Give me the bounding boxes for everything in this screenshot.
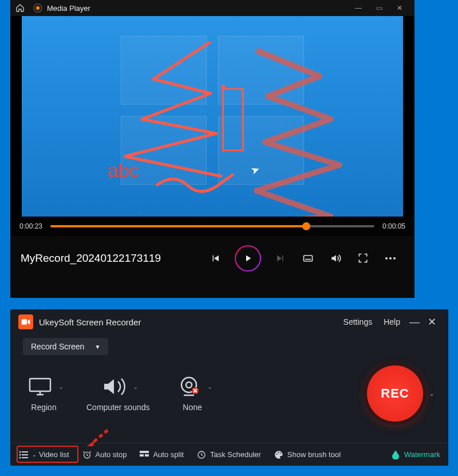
mini-player-button[interactable]	[353, 248, 373, 269]
auto-split-button[interactable]: Auto split	[139, 450, 183, 460]
svg-rect-17	[140, 451, 149, 453]
media-player-app-icon	[33, 3, 42, 13]
svg-rect-6	[30, 379, 50, 391]
audio-label: Computer sounds	[86, 403, 150, 412]
chevron-down-icon[interactable]: ⌄	[133, 383, 138, 391]
svg-rect-0	[304, 255, 313, 261]
play-button[interactable]	[235, 245, 261, 272]
record-button-label: REC	[381, 386, 409, 401]
settings-link[interactable]: Settings	[344, 317, 373, 326]
record-button[interactable]: REC	[367, 365, 423, 422]
svg-point-14	[19, 457, 21, 458]
recorder-close-button[interactable]: ✕	[423, 316, 440, 328]
recorder-app-icon	[18, 314, 33, 329]
svg-rect-15	[22, 457, 28, 458]
annotation-text: abc	[108, 159, 139, 182]
recorder-app-title: UkeySoft Screen Recorder	[39, 317, 141, 327]
recorder-minimize-button[interactable]: —	[406, 316, 423, 328]
annotation-rectangle	[222, 88, 244, 151]
help-link[interactable]: Help	[384, 317, 400, 326]
minimize-button[interactable]: —	[348, 2, 369, 14]
svg-point-21	[276, 453, 277, 454]
svg-point-12	[19, 454, 21, 455]
monitor-icon	[24, 375, 56, 398]
watermark-label: Watermark	[404, 450, 440, 459]
media-player-window: Media Player — ▭ ✕ abc ➤ 0:00:23	[10, 0, 414, 298]
split-icon	[139, 450, 149, 460]
close-button[interactable]: ✕	[389, 2, 410, 14]
svg-rect-1	[305, 259, 311, 260]
volume-button[interactable]	[325, 248, 346, 269]
webcam-off-icon	[173, 375, 205, 398]
maximize-button[interactable]: ▭	[369, 2, 389, 14]
speaker-icon	[98, 375, 131, 398]
chevron-down-icon: ⌄	[32, 452, 37, 458]
auto-stop-button[interactable]: Auto stop	[82, 450, 127, 460]
remaining-time: 0:00:05	[382, 222, 405, 230]
video-title: MyRecord_20240122173119	[21, 252, 161, 265]
auto-split-label: Auto split	[153, 450, 183, 459]
show-brush-tool-button[interactable]: Show brush tool	[274, 450, 341, 460]
annotation-handle	[221, 85, 226, 89]
recorder-main: ⌄ Region ⌄ Computer sounds ⌄ None	[10, 355, 448, 422]
svg-rect-11	[22, 451, 28, 453]
video-frame: abc ➤	[22, 16, 403, 217]
audio-source[interactable]: ⌄ Computer sounds	[86, 375, 150, 412]
home-icon[interactable]	[15, 3, 25, 13]
droplet-icon	[390, 450, 401, 460]
list-icon	[18, 450, 29, 460]
more-options-button[interactable]	[380, 248, 401, 269]
show-brush-label: Show brush tool	[287, 450, 341, 459]
screen-recorder-window: UkeySoft Screen Recorder Settings Help —…	[10, 309, 448, 466]
svg-point-2	[385, 257, 388, 259]
svg-rect-18	[140, 454, 144, 457]
record-mode-label: Record Screen	[31, 342, 84, 351]
svg-point-22	[278, 452, 279, 453]
elapsed-time: 0:00:23	[19, 222, 42, 230]
player-app-title: Media Player	[47, 4, 348, 13]
chevron-down-icon[interactable]: ⌄	[429, 390, 435, 398]
svg-rect-5	[22, 319, 27, 324]
alarm-icon	[82, 450, 92, 460]
chevron-down-icon: ▼	[94, 344, 100, 350]
task-scheduler-button[interactable]: Task Scheduler	[196, 450, 261, 460]
record-mode-dropdown[interactable]: Record Screen ▼	[23, 338, 108, 355]
svg-rect-19	[145, 454, 149, 457]
seek-bar[interactable]	[50, 225, 374, 227]
previous-button[interactable]	[205, 248, 226, 269]
next-button[interactable]	[270, 248, 291, 269]
video-viewport[interactable]: abc ➤	[10, 16, 414, 217]
camera-label: None	[183, 403, 202, 412]
player-titlebar: Media Player — ▭ ✕	[10, 0, 414, 16]
svg-point-8	[186, 382, 192, 388]
auto-stop-label: Auto stop	[96, 450, 127, 459]
watermark-button[interactable]: Watermark	[390, 450, 440, 460]
chevron-down-icon[interactable]: ⌄	[207, 383, 212, 391]
windows-logo	[121, 36, 304, 185]
video-list-label: Video list	[39, 450, 69, 459]
svg-point-10	[19, 451, 21, 453]
player-controls: MyRecord_20240122173119	[10, 236, 414, 281]
svg-point-23	[279, 453, 281, 454]
recorder-titlebar: UkeySoft Screen Recorder Settings Help —…	[10, 309, 448, 335]
region-label: Region	[31, 403, 56, 412]
progress-bar-row: 0:00:23 0:00:05	[10, 217, 414, 236]
subtitle-button[interactable]	[298, 248, 318, 269]
svg-rect-13	[22, 454, 28, 455]
chevron-down-icon[interactable]: ⌄	[58, 383, 64, 391]
palette-icon	[274, 450, 284, 460]
recorder-footer: ⌄ Video list Auto stop Auto split Task S…	[10, 443, 448, 466]
svg-point-3	[389, 257, 392, 259]
task-scheduler-label: Task Scheduler	[210, 450, 261, 459]
video-list-button[interactable]: ⌄ Video list	[18, 450, 69, 460]
clock-icon	[196, 450, 207, 460]
camera-source[interactable]: ⌄ None	[173, 375, 212, 412]
svg-point-4	[393, 257, 396, 259]
region-source[interactable]: ⌄ Region	[24, 375, 64, 412]
